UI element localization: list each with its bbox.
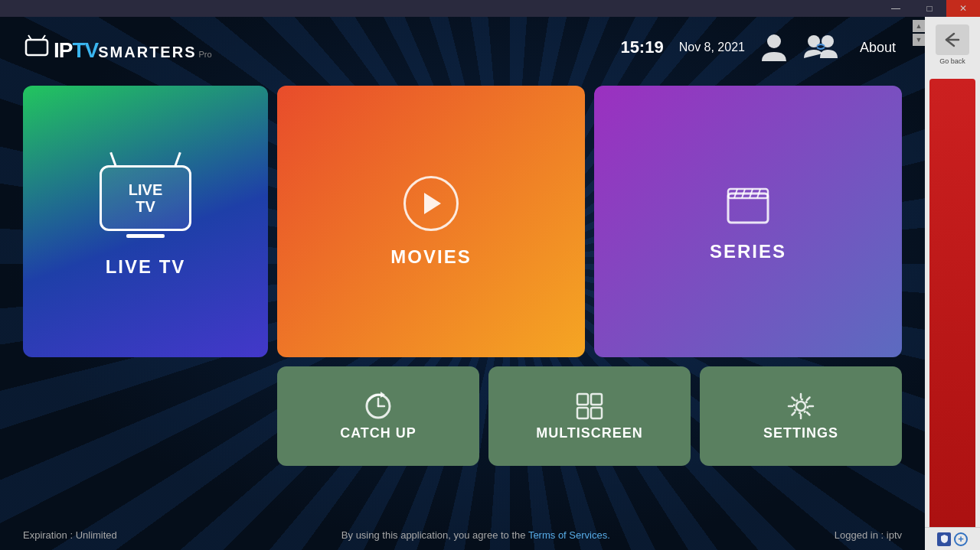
red-panel-strip bbox=[929, 79, 975, 542]
svg-rect-18 bbox=[577, 408, 588, 418]
win-panel-content: Go back bbox=[925, 17, 980, 550]
live-tv-screen-text: LIVE TV bbox=[129, 181, 162, 215]
settings-label: SETTINGS bbox=[763, 425, 838, 441]
top-cards-row: LIVE TV LIVE TV MOVIES bbox=[23, 86, 902, 357]
switch-user-icon[interactable] bbox=[803, 32, 838, 63]
movies-icon bbox=[403, 176, 459, 231]
go-back-icon bbox=[936, 24, 969, 55]
svg-rect-17 bbox=[591, 394, 602, 405]
win-icon-shield bbox=[937, 532, 951, 546]
movies-label: MOVIES bbox=[390, 246, 471, 268]
close-button[interactable]: ✕ bbox=[946, 0, 980, 17]
about-button[interactable]: About bbox=[854, 37, 902, 59]
terms-text: By using this application, you agree to … bbox=[341, 529, 610, 541]
settings-card[interactable]: SETTINGS bbox=[700, 366, 902, 466]
main-content: IPTV SMARTERS Pro 15:19 Nov 8, 2021 bbox=[0, 17, 925, 550]
logo: IPTV SMARTERS Pro bbox=[23, 34, 212, 61]
logo-smarters: SMARTERS bbox=[98, 44, 196, 60]
back-arrow-icon bbox=[943, 32, 962, 47]
svg-rect-0 bbox=[26, 40, 47, 55]
logo-pro: Pro bbox=[198, 50, 211, 59]
catchup-card[interactable]: CATCH UP bbox=[277, 366, 479, 466]
live-tv-card[interactable]: LIVE TV LIVE TV bbox=[23, 86, 268, 357]
win-bottom-bar: + bbox=[925, 527, 980, 550]
go-back-button[interactable]: Go back bbox=[936, 24, 969, 65]
series-label: SERIES bbox=[710, 241, 786, 262]
bottom-cards-row: CATCH UP MULTISCREEN SETTIN bbox=[23, 366, 902, 474]
series-card[interactable]: SERIES bbox=[594, 86, 902, 357]
svg-point-3 bbox=[767, 34, 781, 48]
logo-iptv: IPTV bbox=[54, 40, 98, 61]
svg-point-20 bbox=[796, 402, 805, 411]
win-add-button[interactable]: + bbox=[954, 532, 968, 546]
current-date: Nov 8, 2021 bbox=[679, 41, 745, 54]
expiration-text: Expiration : Unlimited bbox=[23, 529, 117, 541]
current-time: 15:19 bbox=[620, 37, 663, 57]
go-back-label: Go back bbox=[939, 57, 965, 65]
multiscreen-card[interactable]: MULTISCREEN bbox=[488, 366, 691, 466]
footer: Expiration : Unlimited By using this app… bbox=[0, 523, 925, 550]
logo-tv-icon bbox=[23, 34, 51, 57]
minimize-button[interactable]: — bbox=[879, 0, 913, 17]
settings-icon bbox=[786, 392, 815, 421]
svg-rect-19 bbox=[591, 408, 602, 418]
series-icon bbox=[722, 181, 774, 227]
live-tv-label: LIVE TV bbox=[106, 256, 186, 278]
user-icon[interactable] bbox=[760, 32, 788, 63]
movies-card[interactable]: MOVIES bbox=[277, 86, 585, 357]
logged-in-text: Logged in : iptv bbox=[835, 529, 902, 541]
multiscreen-icon bbox=[575, 392, 604, 421]
windows-right-panel: ▲ ? Go back + bbox=[925, 0, 980, 550]
header-right: 15:19 Nov 8, 2021 About bbox=[620, 32, 902, 63]
maximize-button[interactable]: □ bbox=[913, 0, 946, 17]
catchup-label: CATCH UP bbox=[340, 425, 416, 441]
terms-link[interactable]: Terms of Services. bbox=[528, 529, 610, 541]
svg-rect-16 bbox=[577, 394, 588, 405]
live-tv-icon-wrap: LIVE TV bbox=[100, 165, 191, 238]
multiscreen-label: MULTISCREEN bbox=[536, 425, 643, 441]
app-header: IPTV SMARTERS Pro 15:19 Nov 8, 2021 bbox=[0, 17, 925, 78]
content-grid: LIVE TV LIVE TV MOVIES bbox=[0, 78, 925, 523]
catchup-icon bbox=[364, 392, 393, 421]
